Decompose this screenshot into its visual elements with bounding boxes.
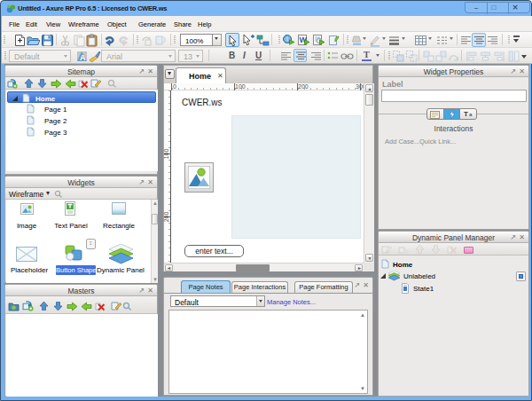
svg-text:A: A (80, 53, 86, 62)
